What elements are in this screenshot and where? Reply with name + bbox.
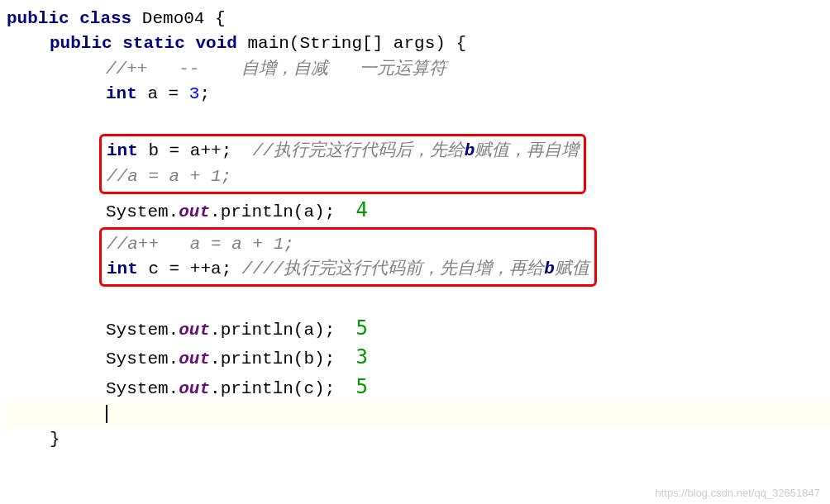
code-text: c = ++a; xyxy=(138,259,242,278)
output-annotation: 4 xyxy=(355,198,367,221)
code-text: a = xyxy=(137,84,189,103)
code-text: System. xyxy=(106,202,179,221)
highlight-box-1: int b = a++; //执行完这行代码后，先给b赋值，再自增 //a = … xyxy=(99,134,586,194)
keyword: public static void xyxy=(50,34,237,53)
comment: 赋值 xyxy=(555,259,589,278)
comment: //执行完这行代码后，先给 xyxy=(252,141,464,160)
code-line-box1-1[interactable]: int b = a++; //执行完这行代码后，先给b赋值，再自增 xyxy=(107,139,579,164)
code-line-box2-2[interactable]: int c = ++a; ////执行完这行代码前，先自增，再给b赋值 xyxy=(107,257,589,282)
method-sig: main(String[] args) { xyxy=(237,34,466,53)
code-line-box1-2[interactable]: //a = a + 1; xyxy=(107,164,579,189)
output-annotation: 5 xyxy=(355,316,367,340)
static-field: out xyxy=(179,202,210,221)
code-text: System. xyxy=(106,379,179,398)
watermark-text: https://blog.csdn.net/qq_32651847 xyxy=(656,487,821,499)
code-line-cursor[interactable] xyxy=(7,402,830,426)
keyword: public class xyxy=(7,9,131,28)
code-text: .println(a); xyxy=(210,202,355,221)
code-text: .println(a); xyxy=(210,321,355,340)
code-line-10[interactable]: System.out.println(b); 3 xyxy=(7,343,823,372)
output-annotation: 5 xyxy=(355,375,367,398)
comment: ////执行完这行代码前，先自增，再给 xyxy=(242,259,544,278)
keyword: int xyxy=(106,84,137,103)
static-field: out xyxy=(179,349,210,368)
code-line-13[interactable]: } xyxy=(7,427,823,452)
code-text: b = a++; xyxy=(138,141,253,160)
code-line-1[interactable]: public class Demo04 { xyxy=(7,7,823,31)
comment-var: b xyxy=(544,259,555,278)
comment: 赋值，再自增 xyxy=(475,141,579,160)
code-text: .println(c); xyxy=(210,379,355,398)
text-caret xyxy=(106,405,107,423)
empty-line[interactable] xyxy=(7,107,823,132)
keyword: int xyxy=(107,141,138,160)
static-field: out xyxy=(179,379,210,398)
keyword: int xyxy=(107,259,138,278)
number-literal: 3 xyxy=(189,84,200,103)
code-text: System. xyxy=(106,321,179,340)
empty-line[interactable] xyxy=(7,288,823,313)
static-field: out xyxy=(179,321,210,340)
code-line-9[interactable]: System.out.println(a); 5 xyxy=(7,314,823,343)
code-line-4[interactable]: int a = 3; xyxy=(7,82,823,107)
comment-var: b xyxy=(465,141,475,160)
comment: //a++ a = a + 1; xyxy=(107,235,294,254)
code-text: .println(b); xyxy=(210,349,355,368)
code-line-box2-1[interactable]: //a++ a = a + 1; xyxy=(107,232,589,257)
code-line-3[interactable]: //++ -- 自增，自减 一元运算符 xyxy=(7,57,823,82)
semicolon: ; xyxy=(199,84,210,103)
comment: //a = a + 1; xyxy=(107,167,231,186)
output-annotation: 3 xyxy=(355,345,367,368)
highlight-box-2: //a++ a = a + 1; int c = ++a; ////执行完这行代… xyxy=(99,227,597,288)
code-line-6[interactable]: System.out.println(a); 4 xyxy=(7,196,823,225)
comment: //++ -- 自增，自减 一元运算符 xyxy=(106,59,446,78)
brace-close: } xyxy=(50,430,60,449)
code-text: System. xyxy=(106,349,179,368)
code-line-11[interactable]: System.out.println(c); 5 xyxy=(7,373,823,402)
code-line-2[interactable]: public static void main(String[] args) { xyxy=(7,31,823,56)
class-name: Demo04 { xyxy=(131,9,225,28)
